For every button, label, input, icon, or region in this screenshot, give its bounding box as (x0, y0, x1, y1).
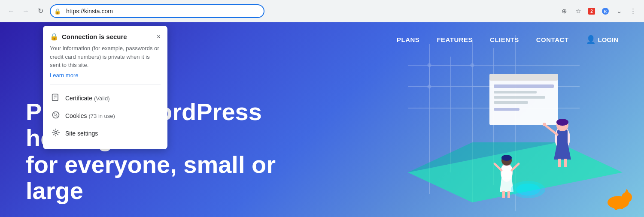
svg-point-60 (55, 115, 55, 116)
svg-point-17 (428, 85, 431, 88)
svg-rect-29 (557, 130, 568, 145)
popup-row-site-settings[interactable]: Site settings (50, 125, 161, 142)
svg-point-59 (56, 114, 57, 115)
popup-description: Your information (for example, passwords… (50, 44, 161, 69)
back-arrow-icon: ← (8, 7, 15, 15)
certificate-icon (52, 93, 60, 104)
nav-clients[interactable]: CLIENTS (490, 36, 519, 43)
collapse-icon: ⌄ (617, 7, 622, 15)
bookmark-button[interactable]: ☆ (572, 5, 584, 17)
popup-title-text: Connection is secure (62, 33, 127, 40)
svg-point-16 (471, 63, 474, 67)
more-button[interactable]: ⋮ (627, 5, 639, 17)
popup-row-cookies[interactable]: Cookies (73 in use) (50, 107, 161, 125)
svg-point-50 (614, 203, 618, 210)
svg-rect-22 (489, 74, 558, 81)
address-bar-container: 🔒 (50, 4, 264, 18)
svg-rect-27 (494, 108, 519, 111)
back-button[interactable]: ← (5, 5, 17, 17)
svg-rect-21 (489, 74, 558, 125)
svg-marker-48 (625, 189, 629, 193)
cookies-icon (52, 111, 60, 121)
svg-line-35 (545, 125, 557, 135)
svg-rect-23 (494, 84, 554, 88)
extension-1-button[interactable]: 2 (586, 5, 598, 17)
extension-badge-wrap: 2 (586, 5, 598, 17)
svg-point-47 (622, 192, 632, 202)
svg-rect-38 (501, 166, 512, 179)
browser-actions: ⊕ ☆ 2 K ⌄ ⋮ (558, 5, 639, 17)
learn-more-link[interactable]: Learn more (50, 72, 78, 78)
main-content: PLANS FEATURES CLIENTS CONTACT 👤 LOGIN P… (0, 22, 644, 217)
svg-point-36 (543, 123, 546, 126)
svg-point-31 (556, 119, 568, 126)
popup-divider (50, 84, 161, 84)
extension-2-icon: K (601, 7, 609, 15)
reload-button[interactable]: ↻ (34, 5, 46, 17)
popup-header: 🔒 Connection is secure × (50, 33, 161, 41)
more-icon: ⋮ (630, 7, 636, 15)
svg-rect-24 (494, 91, 537, 93)
site-settings-label: Site settings (65, 130, 98, 137)
svg-rect-26 (494, 101, 528, 104)
svg-point-49 (620, 202, 624, 209)
svg-point-15 (428, 63, 431, 67)
nav-links-group: PLANS FEATURES CLIENTS CONTACT 👤 LOGIN (397, 35, 618, 44)
collapse-button[interactable]: ⌄ (613, 5, 625, 17)
svg-rect-43 (507, 191, 510, 198)
zoom-icon: ⊕ (562, 7, 567, 15)
nav-contact[interactable]: CONTACT (536, 36, 569, 43)
popup-close-button[interactable]: × (157, 33, 161, 40)
svg-point-58 (54, 113, 55, 115)
user-icon: 👤 (586, 35, 595, 44)
svg-point-52 (516, 184, 540, 196)
lock-icon: 🔒 (54, 8, 61, 14)
forward-button[interactable]: → (20, 5, 32, 17)
forward-arrow-icon: → (22, 7, 29, 15)
popup-row-certificate[interactable]: Certificate (Valid) (50, 90, 161, 107)
svg-rect-42 (502, 191, 505, 198)
certificate-label: Certificate (Valid) (65, 95, 110, 102)
zoom-button[interactable]: ⊕ (558, 5, 570, 17)
svg-point-40 (501, 155, 512, 161)
address-bar[interactable] (50, 4, 264, 18)
svg-point-62 (55, 131, 57, 133)
extension-1-icon: 2 (588, 7, 595, 15)
popup-title: 🔒 Connection is secure (50, 33, 127, 41)
svg-rect-34 (564, 159, 567, 167)
svg-point-57 (53, 112, 59, 118)
secure-icon: 🔒 (50, 33, 58, 41)
nav-plans[interactable]: PLANS (397, 36, 419, 43)
svg-text:2: 2 (590, 9, 593, 14)
site-settings-icon (52, 128, 60, 139)
reload-icon: ↻ (38, 7, 43, 15)
login-label: LOGIN (598, 36, 619, 43)
cookies-label: Cookies (73 in use) (65, 112, 115, 119)
svg-text:K: K (604, 9, 607, 14)
star-icon: ☆ (575, 7, 581, 15)
security-popup: 🔒 Connection is secure × Your informatio… (43, 26, 167, 149)
svg-rect-25 (494, 96, 545, 99)
svg-rect-33 (558, 159, 561, 167)
hero-line-2: for everyone, small or large (26, 151, 276, 205)
svg-rect-53 (52, 94, 58, 100)
cookies-sub: (73 in use) (88, 113, 115, 119)
extension-2-button[interactable]: K (599, 5, 611, 17)
login-link[interactable]: 👤 LOGIN (586, 35, 619, 44)
nav-features[interactable]: FEATURES (437, 36, 473, 43)
svg-point-61 (56, 115, 58, 117)
certificate-sub: (Valid) (94, 95, 110, 102)
browser-chrome: ← → ↻ 🔒 ⊕ ☆ 2 (0, 0, 644, 22)
nav-buttons: ← → ↻ (5, 5, 46, 17)
